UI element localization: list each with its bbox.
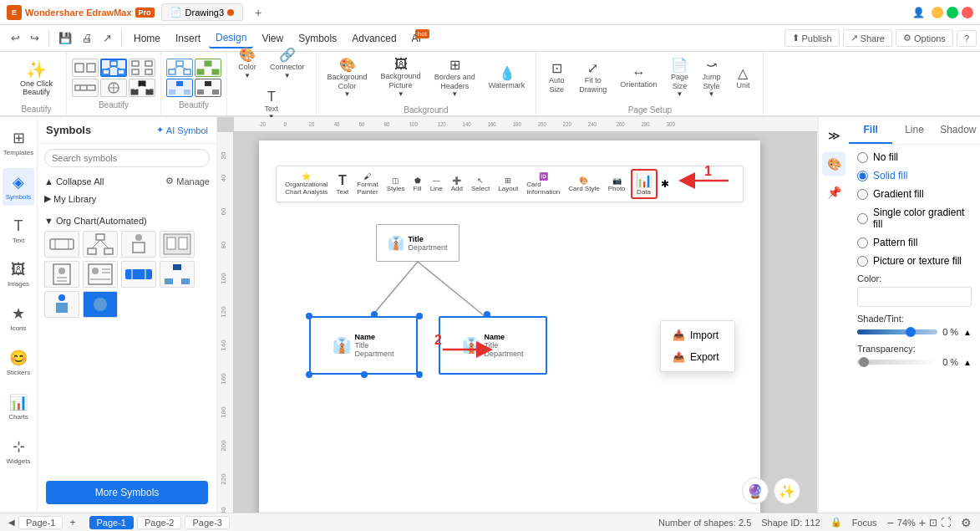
undo-button[interactable]: ↩ (7, 29, 24, 47)
export-button[interactable]: ↗ (99, 29, 116, 47)
tab-shadow[interactable]: Shadow (937, 117, 980, 144)
shape-thumb-9[interactable] (166, 79, 193, 97)
shape-thumb-6[interactable] (129, 79, 155, 97)
photo-button[interactable]: 📷 Photo (605, 175, 629, 194)
sidebar-item-widgets[interactable]: ⊹ Widgets (3, 432, 34, 470)
expand-icon[interactable]: ✱ (661, 178, 669, 190)
export-button[interactable]: 📤 Export (661, 346, 734, 368)
color-button[interactable]: 🎨 Color ▼ (232, 43, 262, 84)
gradient-fill-option[interactable]: Gradient fill (857, 188, 972, 200)
transparency-track[interactable] (857, 360, 937, 365)
single-gradient-radio[interactable] (857, 213, 868, 224)
no-fill-option[interactable]: No fill (857, 151, 972, 163)
pin-button[interactable]: 📌 (822, 181, 845, 204)
file-tab[interactable]: 📄 Drawing3 (161, 3, 243, 21)
save-button[interactable]: 💾 (54, 29, 76, 47)
shape-thumb-1[interactable] (72, 59, 99, 77)
org-node-top[interactable]: 👔 Title Department (376, 224, 460, 262)
shape-cell-4[interactable] (160, 231, 195, 258)
card-style-button[interactable]: 🎨 Card Style (565, 175, 602, 194)
color-swatch[interactable] (857, 287, 972, 307)
menu-ai[interactable]: AI hot (405, 29, 428, 48)
text-tool-button[interactable]: T Text (333, 171, 353, 197)
white-canvas[interactable]: ⭐ OrganizationalChart Analysis T Text 🖌 … (259, 140, 760, 513)
fit-view-button[interactable]: ⊡ (929, 517, 937, 528)
picture-fill-option[interactable]: Picture or texture fill (857, 255, 972, 267)
pattern-fill-radio[interactable] (857, 237, 868, 248)
tab-fill[interactable]: Fill (849, 117, 892, 144)
select-button[interactable]: ↖ Select (468, 175, 493, 194)
gradient-fill-radio[interactable] (857, 189, 868, 200)
borders-headers-button[interactable]: ⊞ Borders andHeaders ▼ (429, 53, 481, 103)
bottom-page-1[interactable]: Page-1 (89, 516, 134, 529)
jump-style-button[interactable]: ⤻ JumpStyle ▼ (696, 53, 726, 103)
bottom-page-2[interactable]: Page-2 (137, 516, 181, 529)
search-input[interactable] (44, 149, 210, 167)
shape-cell-5[interactable] (44, 261, 79, 288)
tab-line[interactable]: Line (892, 117, 936, 144)
shape-cell-2[interactable] (83, 231, 118, 258)
solid-fill-radio[interactable] (857, 171, 868, 181)
transparency-thumb[interactable] (859, 357, 869, 367)
unit-button[interactable]: △ Unit (728, 61, 758, 94)
close-button[interactable] (962, 7, 973, 18)
my-library-toggle[interactable]: ▶ My Library (44, 193, 210, 204)
shape-cell-7[interactable] (121, 261, 156, 288)
shape-cell-6[interactable] (83, 261, 118, 288)
connector-button[interactable]: 🔗 Connector ▼ (264, 43, 311, 84)
shade-track[interactable] (857, 329, 937, 334)
shape-cell-8[interactable] (160, 261, 195, 288)
transparency-increment[interactable]: ▲ (963, 358, 972, 367)
publish-button[interactable]: ⬆ Publish (785, 29, 840, 47)
menu-home[interactable]: Home (127, 29, 167, 48)
add-page-button[interactable]: + (66, 517, 79, 528)
prev-page-button[interactable]: ◀ (8, 518, 15, 527)
help-button[interactable]: ? (957, 30, 977, 47)
org-node-left[interactable]: 👔 Name Title Department (309, 316, 418, 375)
picture-fill-radio[interactable] (857, 256, 868, 267)
magic-button[interactable]: 🔮 (742, 477, 769, 504)
auto-size-button[interactable]: ⊡ AutoSize (541, 56, 571, 99)
sidebar-item-icons[interactable]: ★ Icons (7, 299, 29, 337)
sidebar-item-templates[interactable]: ⊞ Templates (0, 124, 37, 161)
menu-advanced[interactable]: Advanced (345, 29, 403, 48)
line-button[interactable]: — Line (427, 175, 446, 194)
shade-thumb[interactable] (906, 327, 916, 337)
sparkle-button[interactable]: ✨ (774, 477, 800, 504)
shape-cell-10[interactable] (83, 291, 118, 318)
canvas-area[interactable]: -20 0 20 40 60 80 100 120 140 160 180 20… (217, 117, 817, 513)
data-button[interactable]: 📊 Data (631, 169, 658, 199)
settings-icon[interactable]: ⚙ (961, 516, 972, 529)
one-click-beautify-button[interactable]: ✨ One ClickBeautify (12, 54, 61, 101)
zoom-out-button[interactable]: − (887, 516, 894, 529)
format-painter-button[interactable]: 🖌 FormatPainter (353, 171, 381, 197)
menu-insert[interactable]: Insert (169, 29, 207, 48)
background-picture-button[interactable]: 🖼 BackgroundPicture ▼ (375, 53, 427, 102)
watermark-button[interactable]: 💧 Watermark (483, 61, 531, 94)
sidebar-item-symbols[interactable]: ◈ Symbols (3, 168, 35, 206)
fullscreen-button[interactable]: ⛶ (941, 517, 951, 528)
background-color-button[interactable]: 🎨 BackgroundColor ▼ (322, 53, 373, 103)
maximize-button[interactable] (947, 7, 958, 18)
bottom-page-3[interactable]: Page-3 (185, 516, 229, 529)
shape-thumb-8[interactable] (195, 59, 221, 77)
sidebar-item-stickers[interactable]: 😊 Stickers (3, 344, 33, 381)
sidebar-item-charts[interactable]: 📊 Charts (5, 388, 32, 426)
shape-thumb-3[interactable] (129, 59, 155, 77)
orientation-button[interactable]: ↔ Orientation (614, 61, 663, 94)
solid-fill-option[interactable]: Solid fill (857, 170, 972, 181)
options-button[interactable]: ⚙ Options (896, 29, 953, 47)
single-gradient-option[interactable]: Single color gradient fill (857, 207, 972, 230)
shape-thumb-5[interactable] (100, 79, 127, 97)
shape-thumb-2[interactable] (100, 59, 127, 77)
sidebar-item-text[interactable]: T Text (9, 212, 28, 249)
print-button[interactable]: 🖨 (78, 29, 97, 47)
pattern-fill-option[interactable]: Pattern fill (857, 237, 972, 248)
shape-thumb-7[interactable] (166, 59, 193, 77)
fill-panel-button[interactable]: 🎨 (822, 152, 845, 176)
page-tab-1[interactable]: Page-1 (18, 516, 63, 529)
ai-symbol-button[interactable]: ✦ AI Symbol (156, 125, 208, 135)
fit-to-drawing-button[interactable]: ⤢ Fit toDrawing (573, 56, 612, 99)
manage-button[interactable]: ⚙ Manage (165, 176, 210, 186)
layout-button[interactable]: ⊞ Layout (495, 175, 521, 194)
